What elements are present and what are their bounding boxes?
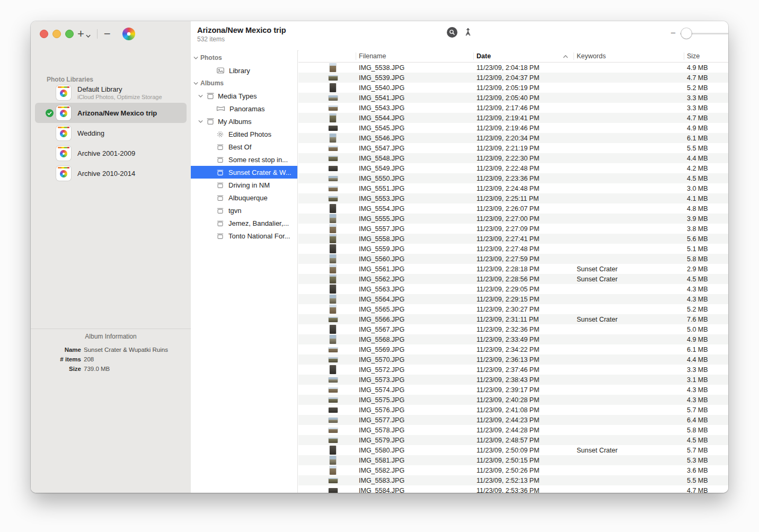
table-row[interactable]: IMG_5548.JPG11/23/09, 2:22:30 PM4.4 MB (298, 153, 728, 163)
photo-thumbnail[interactable] (329, 105, 338, 111)
photo-thumbnail[interactable] (329, 317, 338, 322)
tree-item-driving-in-nm[interactable]: Driving in NM (191, 179, 297, 191)
table-row[interactable]: IMG_5540.JPG11/23/09, 2:05:19 PM5.2 MB (298, 83, 728, 93)
library-item-arizona-new-mexico-trip[interactable]: Arizona/New Mexico trip (35, 103, 187, 123)
table-row[interactable]: IMG_5575.JPG11/23/09, 2:40:28 PM4.3 MB (298, 395, 728, 405)
table-row[interactable]: IMG_5551.JPG11/23/09, 2:24:48 PM3.0 MB (298, 183, 728, 193)
table-row[interactable]: IMG_5557.JPG11/23/09, 2:27:09 PM3.8 MB (298, 224, 728, 234)
table-row[interactable]: IMG_5544.JPG11/23/09, 2:19:41 PM4.7 MB (298, 113, 728, 123)
zoom-button[interactable] (65, 30, 74, 38)
photo-thumbnail[interactable] (329, 377, 338, 383)
photo-thumbnail[interactable] (330, 83, 336, 92)
photo-thumbnail[interactable] (330, 264, 336, 273)
photo-thumbnail[interactable] (329, 196, 338, 201)
table-row[interactable]: IMG_5572.JPG11/23/09, 2:37:46 PM3.3 MB (298, 365, 728, 375)
photo-thumbnail[interactable] (329, 95, 338, 101)
column-header-thumbnail[interactable] (298, 50, 356, 62)
find-duplicates-button[interactable] (447, 27, 457, 38)
library-item-default-library[interactable]: Default LibraryiCloud Photos, Optimize S… (35, 83, 187, 103)
photo-thumbnail[interactable] (330, 204, 336, 213)
table-row[interactable]: IMG_5541.JPG11/23/09, 2:05:40 PM3.3 MB (298, 93, 728, 103)
table-row[interactable]: IMG_5570.JPG11/23/09, 2:36:13 PM4.4 MB (298, 354, 728, 365)
table-row[interactable]: IMG_5581.JPG11/23/09, 2:50:15 PM5.3 MB (298, 455, 728, 465)
photo-thumbnail[interactable] (330, 295, 336, 304)
photo-thumbnail[interactable] (329, 176, 338, 181)
table-row[interactable]: IMG_5578.JPG11/23/09, 2:44:28 PM5.8 MB (298, 425, 728, 435)
tree-item-my-albums[interactable]: My Albums (191, 115, 297, 128)
photo-thumbnail[interactable] (329, 387, 338, 393)
photo-thumbnail[interactable] (329, 478, 338, 483)
photo-thumbnail[interactable] (329, 186, 338, 191)
table-row[interactable]: IMG_5569.JPG11/23/09, 2:34:22 PM6.1 MB (298, 344, 728, 354)
table-row[interactable]: IMG_5561.JPG11/23/09, 2:28:18 PMSunset C… (298, 264, 728, 274)
chevron-down-icon[interactable] (198, 120, 203, 123)
photo-thumbnail[interactable] (330, 254, 336, 263)
tree-item-library[interactable]: Library (191, 64, 297, 77)
library-item-archive-2001-2009[interactable]: Archive 2001-2009 (35, 143, 187, 163)
tree-item-jemez-bandalier[interactable]: Jemez, Bandalier,... (191, 217, 297, 229)
slider-knob[interactable] (681, 28, 692, 39)
photo-thumbnail[interactable] (329, 166, 338, 171)
photo-thumbnail[interactable] (330, 113, 336, 122)
tree-item-some-rest-stop-in[interactable]: Some rest stop in... (191, 153, 297, 166)
table-row[interactable]: IMG_5562.JPG11/23/09, 2:28:56 PMSunset C… (298, 274, 728, 284)
photo-thumbnail[interactable] (330, 134, 336, 143)
merge-button[interactable] (464, 26, 472, 38)
table-row[interactable]: IMG_5547.JPG11/23/09, 2:21:19 PM5.5 MB (298, 143, 728, 153)
photo-thumbnail[interactable] (330, 63, 336, 72)
table-row[interactable]: IMG_5567.JPG11/23/09, 2:32:36 PM5.0 MB (298, 324, 728, 334)
table-row[interactable]: IMG_5550.JPG11/23/09, 2:23:36 PM4.5 MB (298, 173, 728, 183)
library-item-archive-2010-2014[interactable]: Archive 2010-2014 (35, 163, 187, 183)
slider-track[interactable] (680, 33, 728, 34)
photo-thumbnail[interactable] (329, 407, 338, 413)
zoom-out-label[interactable]: − (670, 26, 676, 40)
photo-thumbnail[interactable] (329, 146, 338, 151)
photo-thumbnail[interactable] (330, 325, 336, 334)
tree-item-tonto-national-for[interactable]: Tonto National For... (191, 229, 297, 242)
close-button[interactable] (40, 30, 48, 38)
table-row[interactable]: IMG_5576.JPG11/23/09, 2:41:08 PM5.7 MB (298, 405, 728, 415)
tree-section-albums[interactable]: Albums (191, 77, 297, 90)
table-row[interactable]: IMG_5564.JPG11/23/09, 2:29:15 PM4.3 MB (298, 294, 728, 304)
photo-thumbnail[interactable] (329, 126, 338, 131)
tree-item-tgvn[interactable]: tgvn (191, 204, 297, 217)
photo-thumbnail[interactable] (330, 446, 336, 455)
table-row[interactable]: IMG_5580.JPG11/23/09, 2:50:09 PMSunset C… (298, 445, 728, 455)
column-header-size[interactable]: Size (684, 50, 728, 62)
minimize-button[interactable] (52, 30, 61, 38)
table-row[interactable]: IMG_5555.JPG11/23/09, 2:27:00 PM3.9 MB (298, 214, 728, 224)
chevron-down-icon[interactable] (193, 82, 198, 85)
photo-thumbnail[interactable] (329, 438, 338, 443)
add-library-chevron-icon[interactable] (86, 31, 91, 40)
photo-thumbnail[interactable] (329, 75, 338, 81)
table-row[interactable]: IMG_5538.JPG11/23/09, 2:04:18 PM4.9 MB (298, 63, 728, 73)
photo-thumbnail[interactable] (330, 274, 336, 283)
photo-thumbnail[interactable] (329, 418, 338, 423)
table-row[interactable]: IMG_5563.JPG11/23/09, 2:29:05 PM4.3 MB (298, 284, 728, 294)
photo-thumbnail[interactable] (330, 224, 336, 233)
table-row[interactable]: IMG_5565.JPG11/23/09, 2:30:27 PM5.2 MB (298, 304, 728, 314)
thumbnail-zoom-slider[interactable]: − + (670, 26, 728, 40)
table-row[interactable]: IMG_5545.JPG11/23/09, 2:19:46 PM4.9 MB (298, 123, 728, 133)
table-row[interactable]: IMG_5582.JPG11/23/09, 2:50:26 PM3.6 MB (298, 465, 728, 475)
table-row[interactable]: IMG_5584.JPG11/23/09, 2:53:36 PM4.7 MB (298, 485, 728, 493)
column-header-keywords[interactable]: Keywords (573, 50, 684, 62)
tree-item-panoramas[interactable]: Panoramas (191, 102, 297, 115)
table-row[interactable]: IMG_5577.JPG11/23/09, 2:44:23 PM6.4 MB (298, 415, 728, 425)
table-row[interactable]: IMG_5558.JPG11/23/09, 2:27:41 PM5.6 MB (298, 234, 728, 244)
add-library-button[interactable]: + (77, 28, 84, 40)
remove-library-button[interactable]: − (104, 29, 111, 39)
table-row[interactable]: IMG_5543.JPG11/23/09, 2:17:46 PM3.3 MB (298, 103, 728, 113)
table-row[interactable]: IMG_5553.JPG11/23/09, 2:25:11 PM4.1 MB (298, 193, 728, 203)
tree-section-photos[interactable]: Photos (191, 51, 297, 64)
tree-item-best-of[interactable]: Best Of (191, 140, 297, 153)
table-row[interactable]: IMG_5568.JPG11/23/09, 2:33:49 PM4.9 MB (298, 334, 728, 344)
photo-thumbnail[interactable] (330, 285, 336, 294)
table-row[interactable]: IMG_5554.JPG11/23/09, 2:26:07 PM4.8 MB (298, 203, 728, 214)
tree-item-albuquerque[interactable]: Albuquerque (191, 191, 297, 204)
photo-thumbnail[interactable] (330, 335, 336, 344)
table-row[interactable]: IMG_5549.JPG11/23/09, 2:22:48 PM4.2 MB (298, 163, 728, 173)
column-header-filename[interactable]: Filename (356, 50, 473, 62)
photo-thumbnail[interactable] (329, 488, 338, 493)
table-row[interactable]: IMG_5573.JPG11/23/09, 2:38:43 PM3.1 MB (298, 375, 728, 385)
